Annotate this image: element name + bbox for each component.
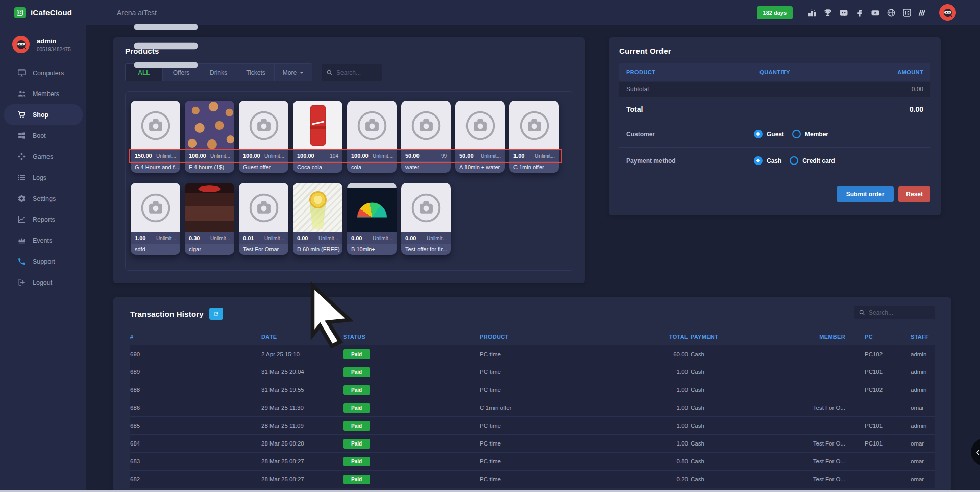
avatar bbox=[12, 36, 30, 53]
transactions-search-input[interactable] bbox=[869, 309, 930, 316]
product-card-sdfd[interactable]: 1.00 Unlimit... sdfd bbox=[131, 183, 180, 255]
table-row[interactable]: 689 31 Mar 25 20:04 Paid PC time 1.00 Ca… bbox=[130, 363, 935, 381]
txn-id: 685 bbox=[130, 423, 261, 429]
product-price-row: 100.00 104 bbox=[293, 150, 342, 161]
sidebar-item-logout[interactable]: Logout bbox=[4, 272, 83, 293]
product-card-guest-offer[interactable]: 100.00 Unlimit... Guest offer bbox=[239, 101, 288, 173]
tab-tickets[interactable]: Tickets bbox=[237, 64, 275, 81]
txn-payment: Cash bbox=[688, 369, 808, 375]
product-card-cola[interactable]: 100.00 Unlimit... cola bbox=[347, 101, 397, 173]
sidebar-item-support[interactable]: Support bbox=[4, 251, 83, 272]
leaderboard-icon[interactable] bbox=[807, 8, 817, 17]
radio-member[interactable]: Member bbox=[792, 130, 828, 138]
product-card-b-10min[interactable]: 0.00 Unlimit... B 10min+ bbox=[347, 183, 397, 255]
table-row[interactable]: 684 28 Mar 25 08:28 Paid PC time 1.00 Ca… bbox=[130, 435, 935, 453]
list-icon bbox=[17, 173, 26, 182]
hamburger-menu-icon[interactable] bbox=[89, 8, 100, 18]
product-image bbox=[347, 183, 397, 232]
sidebar-user[interactable]: admin 005193482475 bbox=[0, 25, 86, 62]
sidebar-item-computers[interactable]: Computers bbox=[4, 62, 83, 83]
txn-payment: Cash bbox=[688, 476, 808, 482]
product-card-c-1min-offer[interactable]: 1.00 Unlimit... C 1min offer bbox=[509, 101, 559, 173]
sidebar-item-events[interactable]: Events bbox=[4, 230, 83, 251]
sidebar-item-settings[interactable]: Settings bbox=[4, 188, 83, 209]
icafe-badge-icon[interactable] bbox=[902, 8, 912, 17]
product-price: 50.00 bbox=[459, 153, 474, 159]
product-card-f-4-hours-1[interactable]: 100.00 Unlimit... F 4 hours (1$) bbox=[185, 101, 234, 173]
sidebar-item-label: Events bbox=[33, 237, 52, 244]
facebook-icon[interactable] bbox=[855, 8, 864, 17]
product-name: cola bbox=[347, 161, 397, 173]
tab-more[interactable]: More bbox=[275, 64, 312, 81]
product-price-row: 0.01 Unlimit... bbox=[239, 232, 288, 244]
reset-button[interactable]: Reset bbox=[898, 186, 930, 202]
discord-icon[interactable] bbox=[839, 8, 848, 17]
product-price-row: 0.00 Unlimit... bbox=[401, 232, 451, 244]
status-badge: Paid bbox=[343, 439, 370, 449]
txn-date: 29 Mar 25 11:30 bbox=[261, 405, 343, 411]
radio-label: Cash bbox=[767, 157, 781, 165]
product-card-coca-cola[interactable]: 100.00 104 Coca cola bbox=[293, 101, 342, 173]
table-row[interactable]: 682 28 Mar 25 08:27 Paid PC time 0.20 Ca… bbox=[130, 471, 935, 488]
icafecloud-logo-icon bbox=[14, 7, 26, 18]
topbar-right: 182 days bbox=[757, 4, 980, 21]
product-name: Test offer for fir... bbox=[401, 244, 451, 255]
globe-icon[interactable] bbox=[887, 8, 896, 17]
txn-date: 31 Mar 25 19:55 bbox=[261, 387, 343, 393]
product-stock: Unlimit... bbox=[373, 153, 393, 159]
table-row[interactable]: 690 2 Apr 25 15:10 Paid PC time 60.00 Ca… bbox=[130, 345, 935, 363]
product-card-water[interactable]: 50.00 99 water bbox=[401, 101, 451, 173]
txn-staff: omar bbox=[911, 405, 935, 411]
txn-total: 0.80 bbox=[663, 458, 688, 464]
sidebar-item-boot[interactable]: Boot bbox=[4, 125, 83, 146]
table-row[interactable]: 688 31 Mar 25 19:55 Paid PC time 1.00 Ca… bbox=[130, 381, 935, 399]
product-price: 100.00 bbox=[189, 153, 206, 159]
product-price: 100.00 bbox=[351, 153, 369, 159]
bottom-scrollbar[interactable] bbox=[0, 490, 980, 492]
txn-staff: omar bbox=[911, 458, 935, 464]
sidebar-item-label: Settings bbox=[33, 195, 56, 202]
cart-icon bbox=[17, 110, 26, 119]
txn-date: 28 Mar 25 08:28 bbox=[261, 440, 343, 447]
products-grid: 150.00 Unlimit... G 4 Hours and f... 100… bbox=[131, 101, 568, 255]
product-card-d-60-min-free[interactable]: 0.00 Unlimit... D 60 min (FREE) bbox=[293, 183, 342, 255]
gear-icon bbox=[17, 194, 26, 203]
chevron-down-icon[interactable] bbox=[963, 10, 969, 16]
sidebar-item-shop[interactable]: Shop bbox=[4, 104, 83, 125]
product-card-cigar[interactable]: 0.30 Unlimit... cigar bbox=[185, 183, 234, 255]
product-card-test-for-omar[interactable]: 0.01 Unlimit... Test For Omar bbox=[239, 183, 288, 255]
sidebar-item-label: Boot bbox=[33, 132, 46, 139]
sidebar-item-label: Logs bbox=[33, 174, 46, 181]
trophy-icon[interactable] bbox=[823, 8, 832, 17]
radio-cash[interactable]: Cash bbox=[754, 156, 781, 165]
avatar[interactable] bbox=[939, 4, 956, 21]
status-badge: Paid bbox=[343, 349, 370, 359]
product-stock: Unlimit... bbox=[373, 236, 393, 241]
table-row[interactable]: 683 28 Mar 25 08:27 Paid PC time 0.80 Ca… bbox=[130, 453, 935, 471]
table-row[interactable]: 686 29 Mar 25 11:30 Paid C 1min offer 1.… bbox=[130, 399, 935, 417]
txn-payment: Cash bbox=[688, 387, 808, 393]
product-card-test-offer-for-fir[interactable]: 0.00 Unlimit... Test offer for fir... bbox=[401, 183, 451, 255]
radio-guest[interactable]: Guest bbox=[754, 130, 784, 138]
product-stock: Unlimit... bbox=[210, 236, 230, 241]
product-stock: Unlimit... bbox=[210, 153, 230, 159]
sidebar-item-reports[interactable]: Reports bbox=[4, 209, 83, 230]
products-search-input[interactable] bbox=[336, 69, 377, 76]
product-image bbox=[293, 101, 342, 150]
col-staff: STAFF bbox=[911, 334, 935, 340]
submit-order-button[interactable]: Submit order bbox=[837, 186, 894, 202]
radio-credit-card[interactable]: Credit card bbox=[790, 156, 835, 165]
collapse-panel-button[interactable] bbox=[971, 438, 980, 466]
col-date: DATE bbox=[261, 334, 343, 340]
product-card-a-10min-water[interactable]: 50.00 Unlimit... A 10min + water bbox=[455, 101, 505, 173]
layers-icon[interactable] bbox=[918, 8, 927, 17]
table-row[interactable]: 685 28 Mar 25 11:09 Paid PC time 1.00 Ca… bbox=[130, 417, 935, 435]
subscription-days-badge[interactable]: 182 days bbox=[757, 6, 793, 19]
product-image bbox=[239, 101, 288, 150]
sidebar-item-games[interactable]: Games bbox=[4, 146, 83, 167]
youtube-icon[interactable] bbox=[871, 8, 880, 17]
product-card-g-4-hours-and-f[interactable]: 150.00 Unlimit... G 4 Hours and f... bbox=[131, 101, 180, 173]
sidebar-item-members[interactable]: Members bbox=[4, 83, 83, 104]
sidebar-item-logs[interactable]: Logs bbox=[4, 167, 83, 188]
refresh-button[interactable] bbox=[209, 308, 223, 320]
